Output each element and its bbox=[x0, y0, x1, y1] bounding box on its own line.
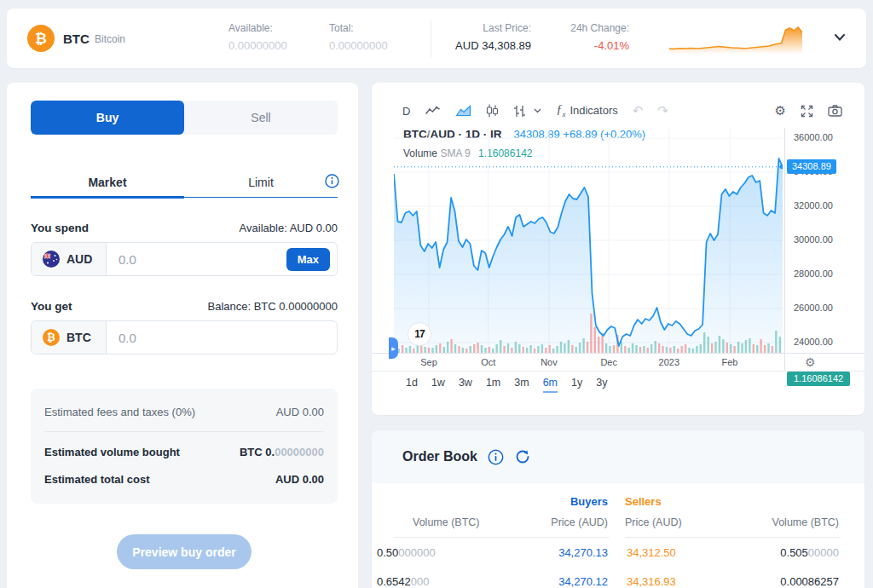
price-tick: 26000.00 bbox=[794, 303, 833, 313]
you-spend-label: You spend bbox=[31, 222, 89, 234]
buy-tab[interactable]: Buy bbox=[31, 101, 184, 135]
total-label: Total: bbox=[329, 22, 388, 34]
time-axis[interactable]: SepOctNovDec2023Feb bbox=[372, 353, 864, 372]
btc-coin-icon: ₿ bbox=[43, 329, 60, 346]
aud-flag-icon bbox=[43, 251, 60, 268]
timeframe-row: 1d1w3w1m3m6m1y3y bbox=[406, 377, 607, 393]
time-tick: 2023 bbox=[659, 357, 679, 367]
sellers-price-header: Price (AUD) bbox=[625, 516, 682, 528]
current-price-label: 34308.89 bbox=[787, 159, 836, 174]
buyers-row[interactable]: 0.6542000 34,270.12 bbox=[394, 567, 610, 588]
buyers-price-header: Price (AUD) bbox=[551, 516, 608, 528]
order-book-header: Order Book bbox=[372, 430, 864, 483]
buyers-label: Buyers bbox=[394, 495, 610, 508]
coin-name: Bitcoin bbox=[95, 33, 125, 45]
spend-currency-code: AUD bbox=[66, 252, 92, 266]
chart-toolbar: D ƒx Indicators ↶ ↷ ⚙︎ bbox=[402, 101, 842, 120]
fullscreen-icon[interactable] bbox=[801, 105, 813, 118]
timeframe-3m[interactable]: 3m bbox=[514, 377, 529, 393]
style-dropdown-chevron-icon[interactable] bbox=[534, 108, 541, 113]
timeframe-3w[interactable]: 3w bbox=[459, 377, 472, 393]
price-tick: 28000.00 bbox=[794, 268, 833, 279]
time-tick: Feb bbox=[721, 357, 737, 367]
total-cost-value: AUD 0.00 bbox=[275, 473, 324, 486]
candles-style-icon[interactable] bbox=[486, 104, 499, 118]
active-tab-underline bbox=[31, 196, 184, 199]
price-tick: 24000.00 bbox=[794, 337, 833, 347]
chevron-down-icon[interactable] bbox=[834, 33, 846, 42]
preview-buy-order-button[interactable]: Preview buy order bbox=[117, 534, 251, 569]
header-divider bbox=[431, 20, 431, 58]
trading-page: ₿ BTC Bitcoin Available: 0.00000000 Tota… bbox=[0, 0, 873, 588]
chart-settings-gear-icon[interactable]: ⚙︎ bbox=[775, 103, 786, 118]
market-header: ₿ BTC Bitcoin Available: 0.00000000 Tota… bbox=[7, 9, 866, 68]
timeframe-1w[interactable]: 1w bbox=[431, 377, 445, 393]
get-currency: ₿ BTC bbox=[32, 321, 107, 354]
buyers-row[interactable]: 0.50000000 34,270.13 bbox=[394, 538, 610, 567]
interval-button[interactable]: D bbox=[402, 105, 410, 118]
axis-settings-gear-icon[interactable]: ⚙︎ bbox=[805, 355, 816, 369]
order-book-table: Buyers Volume (BTC) Price (AUD) 0.500000… bbox=[372, 483, 864, 588]
area-style-icon[interactable] bbox=[455, 105, 471, 117]
time-tick: Oct bbox=[481, 357, 495, 367]
tradingview-logo[interactable]: 17 bbox=[408, 322, 431, 346]
change-value: -4.01% bbox=[544, 39, 629, 52]
sellers-row[interactable]: 34,316.93 0.00086257 bbox=[625, 567, 841, 588]
last-price-block: Last Price: AUD 34,308.89 bbox=[437, 22, 531, 52]
timeframe-3y[interactable]: 3y bbox=[596, 377, 607, 393]
available-block: Available: 0.00000000 bbox=[228, 22, 287, 52]
snapshot-camera-icon[interactable] bbox=[828, 105, 842, 117]
max-button[interactable]: Max bbox=[286, 248, 330, 271]
time-tick: Dec bbox=[600, 357, 617, 367]
price-sparkline bbox=[669, 20, 802, 59]
spend-currency: AUD bbox=[32, 243, 107, 275]
order-summary: Estimated fees and taxes (0%) AUD 0.00 E… bbox=[31, 389, 338, 504]
indicators-button[interactable]: ƒx Indicators bbox=[556, 103, 617, 118]
order-type-tabs: Market Limit bbox=[31, 167, 338, 198]
total-value: 0.00000000 bbox=[329, 39, 388, 52]
market-tab[interactable]: Market bbox=[31, 167, 184, 198]
bitcoin-icon: ₿ bbox=[27, 25, 55, 52]
timeframe-6m[interactable]: 6m bbox=[543, 377, 558, 393]
sellers-label: Sellers bbox=[625, 495, 841, 508]
info-icon[interactable] bbox=[325, 174, 339, 188]
trade-panel: Buy Sell Market Limit You spend Availabl… bbox=[7, 83, 358, 588]
order-book-info-icon[interactable] bbox=[488, 449, 504, 465]
limit-tab[interactable]: Limit bbox=[184, 167, 338, 198]
chart-canvas[interactable] bbox=[394, 128, 783, 353]
buy-sell-switch: Buy Sell bbox=[31, 101, 338, 135]
sellers-row[interactable]: 34,312.50 0.50500000 bbox=[625, 538, 841, 567]
change-block: 24h Change: -4.01% bbox=[544, 22, 629, 52]
get-input-box: ₿ BTC bbox=[31, 320, 338, 355]
volume-bought-label: Estimated volume bought bbox=[44, 446, 180, 458]
sell-tab[interactable]: Sell bbox=[184, 101, 338, 135]
change-label: 24h Change: bbox=[544, 22, 629, 34]
refresh-icon[interactable] bbox=[514, 448, 531, 465]
sellers-volume-header: Volume (BTC) bbox=[772, 516, 840, 528]
bars-style-icon[interactable] bbox=[513, 105, 526, 118]
spend-input-box: AUD Max bbox=[31, 242, 338, 276]
undo-icon[interactable]: ↶ bbox=[633, 103, 644, 118]
scroll-left-handle[interactable]: ▸ bbox=[389, 337, 398, 359]
spend-amount-input[interactable] bbox=[107, 243, 286, 275]
timeframe-1d[interactable]: 1d bbox=[406, 377, 418, 393]
fx-icon: ƒx bbox=[556, 103, 565, 118]
total-block: Total: 0.00000000 bbox=[329, 22, 388, 52]
available-value: 0.00000000 bbox=[228, 39, 287, 52]
timeframe-1m[interactable]: 1m bbox=[486, 377, 500, 393]
timeframe-1y[interactable]: 1y bbox=[571, 377, 582, 393]
btc-balance-note: Balance: BTC 0.00000000 bbox=[208, 300, 338, 313]
get-amount-input[interactable] bbox=[107, 321, 337, 354]
price-axis[interactable]: 34308.89 1.16086142 36000.0034000.003200… bbox=[784, 128, 864, 372]
order-book-panel: Order Book Buyers Volume (BTC) Price (AU… bbox=[372, 430, 864, 588]
available-balance-note: Available: AUD 0.00 bbox=[240, 222, 338, 234]
last-price-label: Last Price: bbox=[437, 22, 531, 34]
get-currency-code: BTC bbox=[66, 331, 91, 344]
time-tick: Nov bbox=[541, 357, 558, 367]
redo-icon[interactable]: ↷ bbox=[657, 103, 668, 118]
order-book-title: Order Book bbox=[402, 449, 477, 464]
price-tick: 32000.00 bbox=[794, 200, 833, 210]
price-tick: 30000.00 bbox=[794, 234, 833, 245]
coin-symbol: BTC bbox=[63, 32, 90, 46]
line-style-icon[interactable] bbox=[425, 105, 441, 117]
